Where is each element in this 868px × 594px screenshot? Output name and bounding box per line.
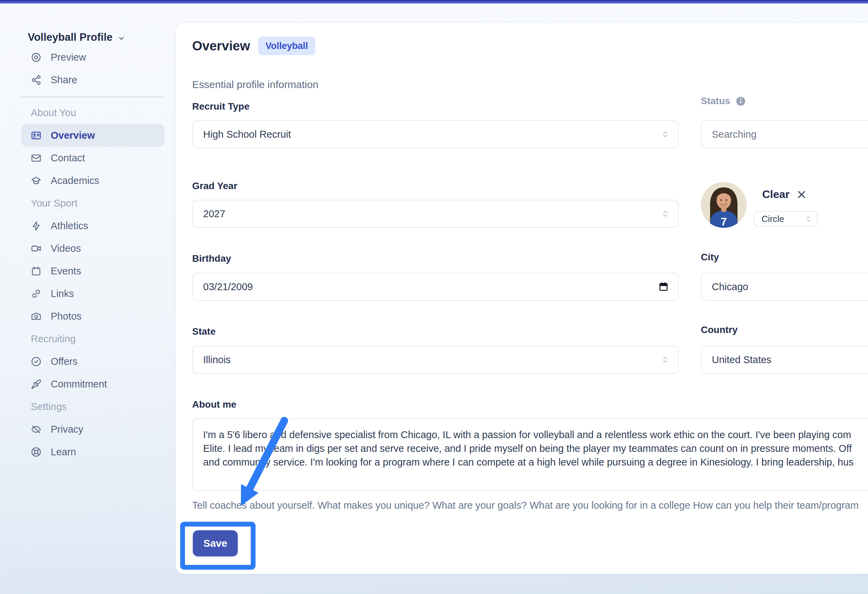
sidebar-item-label: Links <box>51 288 74 299</box>
sidebar-item-label: Commitment <box>51 378 107 390</box>
chevrons-up-down-icon <box>660 129 670 139</box>
avatar[interactable]: 7 <box>701 182 747 228</box>
state-value: Illinois <box>203 354 231 365</box>
sidebar-item-preview[interactable]: Preview <box>21 46 164 68</box>
birthday-label: Birthday <box>192 253 231 264</box>
video-camera-icon <box>31 243 41 254</box>
about-me-helper-text: Tell coaches about yourself. What makes … <box>192 500 859 511</box>
sidebar-item-overview[interactable]: Overview <box>21 124 164 146</box>
sidebar-item-learn[interactable]: Learn <box>21 440 164 463</box>
sidebar-item-photos[interactable]: Photos <box>21 305 164 328</box>
id-card-icon <box>31 130 41 141</box>
chevrons-up-down-icon <box>660 208 670 219</box>
sidebar-item-label: Overview <box>51 130 95 141</box>
eye-off-icon <box>31 424 41 435</box>
share-icon <box>31 75 41 85</box>
profile-photo: 7 <box>701 182 747 228</box>
chevrons-up-down-icon <box>804 214 813 223</box>
life-buoy-icon <box>31 447 41 457</box>
city-input[interactable]: Chicago <box>701 273 868 301</box>
about-line: Elite. I lead my team in digs per set an… <box>203 442 868 455</box>
sidebar-item-label: Photos <box>51 311 81 322</box>
about-me-textarea[interactable]: I'm a 5'6 libero and defensive specialis… <box>192 418 868 491</box>
mail-icon <box>31 153 41 163</box>
about-line: I'm a 5'6 libero and defensive specialis… <box>203 428 868 442</box>
grad-year-label: Grad Year <box>192 180 238 192</box>
sport-badge: Volleyball <box>258 37 315 55</box>
rocket-icon <box>31 379 41 390</box>
sidebar-item-label: Privacy <box>51 424 83 435</box>
city-label: City <box>701 252 719 263</box>
sidebar-item-contact[interactable]: Contact <box>21 146 164 169</box>
circle-check-icon <box>31 356 41 367</box>
sidebar-item-label: Athletics <box>51 220 89 232</box>
calendar-icon <box>31 266 41 276</box>
grad-year-select[interactable]: 2027 <box>192 200 679 228</box>
graduation-cap-icon <box>31 175 41 186</box>
sidebar-title: Volleyball Profile <box>28 31 113 43</box>
sidebar-section-settings: Settings <box>21 395 164 418</box>
sidebar: Volleyball Profile Preview Share About Y… <box>21 29 164 463</box>
sidebar-item-commitment[interactable]: Commitment <box>21 373 164 395</box>
sidebar-item-videos[interactable]: Videos <box>21 237 164 260</box>
sidebar-item-label: Preview <box>51 52 86 63</box>
eye-icon <box>31 52 41 63</box>
sidebar-item-label: Events <box>51 266 81 277</box>
link-icon <box>31 288 41 299</box>
camera-icon <box>31 311 41 322</box>
sidebar-item-offers[interactable]: Offers <box>21 350 164 373</box>
sidebar-item-links[interactable]: Links <box>21 282 164 305</box>
sidebar-item-events[interactable]: Events <box>21 260 164 282</box>
overview-panel: Overview Volleyball Essential profile in… <box>176 23 868 574</box>
sidebar-section-recruiting: Recruiting <box>21 328 164 350</box>
birthday-input[interactable]: 03/21/2009 <box>192 273 679 301</box>
status-select[interactable]: Searching <box>701 120 868 148</box>
sidebar-item-athletics[interactable]: Athletics <box>21 214 164 237</box>
sidebar-item-privacy[interactable]: Privacy <box>21 418 164 440</box>
sidebar-item-label: Academics <box>51 175 99 186</box>
city-value: Chicago <box>712 281 748 293</box>
sidebar-item-label: Videos <box>51 243 81 254</box>
chevrons-up-down-icon <box>660 355 670 365</box>
status-value: Searching <box>712 129 757 140</box>
info-icon[interactable] <box>735 96 746 106</box>
top-accent-bar <box>0 0 868 3</box>
save-button[interactable]: Save <box>193 530 238 556</box>
recruit-type-select[interactable]: High School Recruit <box>192 120 679 148</box>
sidebar-item-share[interactable]: Share <box>21 68 164 91</box>
sidebar-item-label: Contact <box>51 152 85 164</box>
page-subtitle: Essential profile information <box>192 79 319 90</box>
birthday-value: 03/21/2009 <box>203 281 253 293</box>
about-me-label: About me <box>192 399 236 410</box>
status-label-row: Status <box>701 96 746 106</box>
jersey-number: 7 <box>721 216 727 228</box>
date-picker-icon[interactable] <box>658 281 669 292</box>
page-title: Overview <box>192 39 250 53</box>
sidebar-divider <box>21 97 164 97</box>
sidebar-item-label: Share <box>51 74 77 86</box>
sidebar-item-label: Learn <box>51 446 76 458</box>
state-label: State <box>192 326 216 337</box>
photo-shape-value: Circle <box>762 214 784 225</box>
profile-switcher[interactable]: Volleyball Profile <box>21 29 164 46</box>
state-select[interactable]: Illinois <box>192 346 679 374</box>
panel-header: Overview Volleyball <box>192 37 315 55</box>
chevron-down-icon <box>117 34 126 43</box>
sidebar-section-your-sport: Your Sport <box>21 192 164 214</box>
lightning-icon <box>31 221 41 231</box>
recruit-type-label: Recruit Type <box>192 101 250 112</box>
clear-label: Clear <box>762 188 790 201</box>
clear-photo-button[interactable]: Clear <box>762 188 807 201</box>
country-value: United States <box>712 354 771 365</box>
sidebar-section-about-you: About You <box>21 101 164 124</box>
sidebar-item-academics[interactable]: Academics <box>21 169 164 192</box>
about-line: and community service. I'm looking for a… <box>203 455 868 469</box>
grad-year-value: 2027 <box>203 208 225 220</box>
country-input[interactable]: United States <box>701 346 868 374</box>
close-icon <box>796 189 807 200</box>
app: Volleyball Profile Preview Share About Y… <box>0 0 868 594</box>
photo-shape-select[interactable]: Circle <box>754 211 818 227</box>
sidebar-item-label: Offers <box>51 356 77 367</box>
status-label: Status <box>701 96 730 106</box>
country-label: Country <box>701 324 738 335</box>
